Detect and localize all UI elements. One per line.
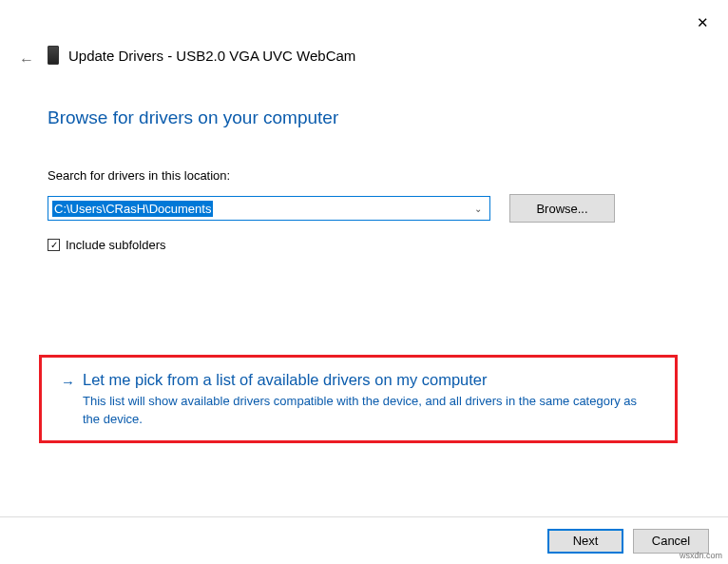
window-title-row: Update Drivers - USB2.0 VGA UVC WebCam	[48, 46, 355, 65]
pick-from-list-option[interactable]: → Let me pick from a list of available d…	[39, 355, 678, 443]
close-icon[interactable]: ✕	[697, 14, 709, 31]
option-title: Let me pick from a list of available dri…	[83, 371, 643, 389]
include-subfolders-label: Include subfolders	[66, 238, 166, 252]
include-subfolders-checkbox[interactable]: ✓ Include subfolders	[48, 238, 166, 252]
option-description: This list will show available drivers co…	[83, 393, 643, 429]
cancel-button[interactable]: Cancel	[633, 529, 709, 554]
location-combobox[interactable]: C:\Users\CRasH\Documents ⌄	[48, 196, 490, 221]
device-icon	[48, 46, 59, 65]
next-button[interactable]: Next	[547, 529, 623, 554]
watermark: wsxdn.com	[680, 551, 722, 560]
checkbox-icon[interactable]: ✓	[48, 239, 60, 251]
browse-button[interactable]: Browse...	[509, 194, 615, 223]
dialog-footer: Next Cancel	[0, 516, 728, 564]
page-heading: Browse for drivers on your computer	[48, 107, 338, 128]
back-arrow-icon[interactable]: ←	[19, 51, 34, 68]
arrow-right-icon: →	[61, 374, 75, 433]
window-title: Update Drivers - USB2.0 VGA UVC WebCam	[68, 48, 355, 64]
search-location-label: Search for drivers in this location:	[48, 168, 230, 183]
location-path-text: C:\Users\CRasH\Documents	[52, 201, 213, 217]
chevron-down-icon[interactable]: ⌄	[474, 204, 482, 214]
